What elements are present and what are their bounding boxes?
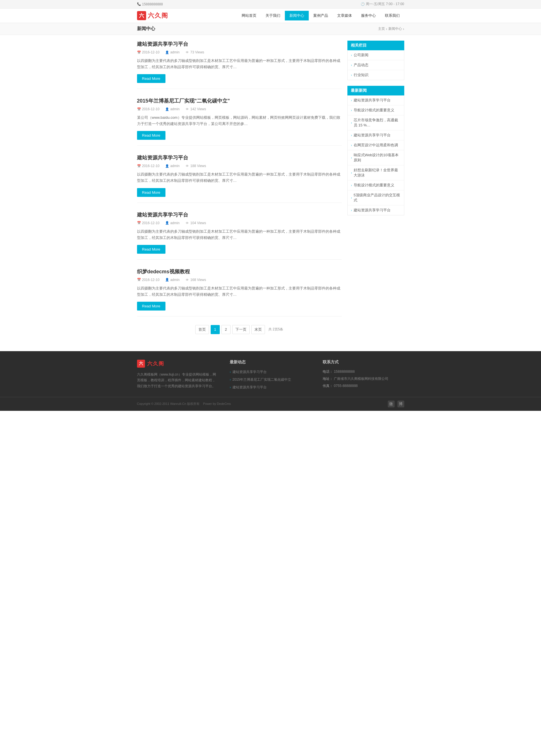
footer-tel-label: 电话： [323, 370, 333, 374]
eye-icon: 👁 [185, 50, 189, 54]
article-views: 👁 168 Views [185, 278, 206, 282]
sidebar-latest-item[interactable]: › 5顶级商业产品设计的交互模式 [348, 190, 404, 205]
page-first-button[interactable]: 首页 [195, 325, 209, 334]
footer-address-value: 广南省市六久阁模板网科技有限公司 [334, 377, 388, 381]
footer-latest-item[interactable]: › 2015年兰博基尼工厂实现二氧化碳中立 [230, 376, 311, 383]
article-author: 👤 admin [165, 164, 180, 168]
site-logo[interactable]: 六 六久阁 [137, 11, 168, 20]
breadcrumb-sep1: › [386, 27, 387, 31]
article-card: 织梦dedecms视频教程 📅 2016-12-10 👤 admin 👁 168… [137, 268, 342, 317]
footer-copyright: Copyright © 2002-2011 Wanruili.Cn 版权所有 P… [137, 402, 231, 406]
breadcrumb-home[interactable]: 主页 [378, 26, 385, 31]
logo-text: 六久阁 [148, 11, 168, 20]
footer-latest-title: 最新动态 [230, 360, 311, 365]
sidebar-latest-item[interactable]: › 导航设计模式的重要意义 [348, 106, 404, 115]
calendar-icon: 📅 [137, 221, 141, 225]
sidebar-latest-item[interactable]: › 芯片市场竞争激烈，高通裁员 15 %… [348, 115, 404, 130]
user-icon: 👤 [165, 278, 169, 282]
sidebar-latest-item[interactable]: › 建站资源共享学习平台 [348, 205, 404, 215]
page-total-info: 共 2页5条 [269, 327, 283, 332]
article-excerpt: 以四摄翻为主要代表的多刀轴成型铣削加工是木材加工工艺中应用最为普遍的一种加工形式… [137, 171, 342, 184]
footer-bottom: Copyright © 2002-2011 Wanruili.Cn 版权所有 P… [0, 397, 541, 411]
article-title[interactable]: 建站资源共享学习平台 [137, 154, 342, 161]
nav-home[interactable]: 网站首页 [237, 11, 261, 20]
sidebar-latest-item[interactable]: › 好想去刷新纪录！全世界最大游泳 [348, 165, 404, 180]
read-more-button[interactable]: Read More [137, 302, 166, 311]
calendar-icon: 📅 [137, 164, 141, 168]
read-more-button[interactable]: Read More [137, 74, 166, 83]
nav-news[interactable]: 新闻中心 [285, 11, 309, 20]
read-more-button[interactable]: Read More [137, 188, 166, 197]
article-author: 👤 admin [165, 107, 180, 111]
chevron-icon: › [230, 371, 231, 374]
footer-contact-col: 联系方式 电话： 15888888888 地址： 广南省市六久阁模板网科技有限公… [323, 360, 404, 391]
wechat-icon[interactable]: 博 [397, 400, 404, 407]
breadcrumb: 主页 › 新闻中心 › [378, 26, 404, 31]
footer-latest-list: › 建站资源共享学习平台 › 2015年兰博基尼工厂实现二氧化碳中立 › 建站资… [230, 368, 311, 391]
footer-latest-item[interactable]: › 建站资源共享学习平台 [230, 368, 311, 376]
read-more-button[interactable]: Read More [137, 245, 166, 254]
footer-about-col: 六 六久阁 六久阁模板网（www.liuji.cn）专业提供网站模板，网页模板，… [137, 360, 219, 391]
nav-about[interactable]: 关于我们 [261, 11, 285, 20]
sidebar-item-product-dynamics[interactable]: › 产品动态 [348, 60, 404, 70]
read-more-button[interactable]: Read More [137, 131, 166, 140]
pagination: 首页 1 2 下一页 末页 共 2页5条 [137, 325, 342, 334]
article-author: 👤 admin [165, 221, 180, 225]
article-title[interactable]: 织梦dedecms视频教程 [137, 268, 342, 275]
nav-cases[interactable]: 案例产品 [309, 11, 332, 20]
chevron-icon: › [351, 134, 352, 137]
footer-fax: 传真： 0755-88888888 [323, 382, 404, 389]
article-author: 👤 admin [165, 50, 180, 54]
nav-contact[interactable]: 联系我们 [380, 11, 404, 20]
article-views: 👁 73 Views [185, 50, 204, 54]
footer-social: 微 博 [388, 400, 404, 407]
calendar-icon: 📅 [137, 107, 141, 111]
phone-icon: 📞 [137, 2, 141, 6]
phone-info: 📞 15888888888 [137, 2, 163, 6]
article-views: 👁 188 Views [185, 164, 206, 168]
nav-service[interactable]: 服务中心 [356, 11, 380, 20]
article-title[interactable]: 建站资源共享学习平台 [137, 41, 342, 48]
chevron-icon: › [351, 121, 352, 125]
breadcrumb-end: › [403, 27, 404, 31]
breadcrumb-current: 新闻中心 [388, 26, 402, 31]
footer-latest-item[interactable]: › 建站资源共享学习平台 [230, 383, 311, 391]
article-title[interactable]: 2015年兰博基尼工厂实现"二氧化碳中立" [137, 98, 342, 104]
article-excerpt: 某公司（www.baidu.com）专业提供网站模板，网页模板，网站源码，网站素… [137, 115, 342, 127]
eye-icon: 👁 [185, 221, 189, 225]
business-hours: 周一-五/周五 7:00 - 17:00 [366, 2, 404, 7]
footer-fax-value: 0755-88888888 [334, 384, 358, 388]
article-date: 📅 2016-12-10 [137, 164, 160, 168]
sidebar-latest-item[interactable]: › 建站资源共享学习平台 [348, 130, 404, 140]
nav-media[interactable]: 文章媒体 [332, 11, 356, 20]
article-meta: 📅 2016-12-10 👤 admin 👁 168 Views [137, 278, 342, 282]
article-date: 📅 2016-12-10 [137, 278, 160, 282]
page-last-button[interactable]: 末页 [251, 325, 265, 334]
sidebar-item-industry-knowledge[interactable]: › 行业知识 [348, 70, 404, 80]
sidebar-latest-item[interactable]: › 导航设计模式的重要意义 [348, 180, 404, 190]
eye-icon: 👁 [185, 107, 189, 111]
page-next-button[interactable]: 下一页 [232, 325, 250, 334]
chevron-icon: › [351, 196, 352, 199]
weibo-icon[interactable]: 微 [388, 400, 395, 407]
sidebar-latest-item[interactable]: › 响应式Web设计的10项基本原则 [348, 150, 404, 165]
article-title[interactable]: 建站资源共享学习平台 [137, 211, 342, 218]
footer-logo: 六 六久阁 [137, 360, 219, 368]
user-icon: 👤 [165, 221, 169, 225]
article-card: 建站资源共享学习平台 📅 2016-12-10 👤 admin 👁 73 Vie… [137, 41, 342, 89]
sidebar-latest-item[interactable]: › 在网页设计中运用柔和色调 [348, 140, 404, 150]
footer-logo-icon: 六 [137, 360, 145, 368]
chevron-icon: › [351, 99, 352, 102]
article-author: 👤 admin [165, 278, 180, 282]
sidebar-item-company-news[interactable]: › 公司新闻 [348, 50, 404, 60]
footer-tel: 电话： 15888888888 [323, 368, 404, 375]
main-nav: 网站首页 关于我们 新闻中心 案例产品 文章媒体 服务中心 联系我们 [237, 11, 404, 20]
time-icon: 🕐 [361, 2, 365, 6]
article-card: 建站资源共享学习平台 📅 2016-12-10 👤 admin 👁 188 Vi… [137, 154, 342, 203]
sidebar-latest-title: 最新新闻 [347, 86, 404, 96]
page-2-button[interactable]: 2 [222, 325, 231, 334]
user-icon: 👤 [165, 107, 169, 111]
sidebar-latest-item[interactable]: › 建站资源共享学习平台 [348, 96, 404, 106]
page-1-button[interactable]: 1 [211, 325, 220, 334]
user-icon: 👤 [165, 50, 169, 54]
